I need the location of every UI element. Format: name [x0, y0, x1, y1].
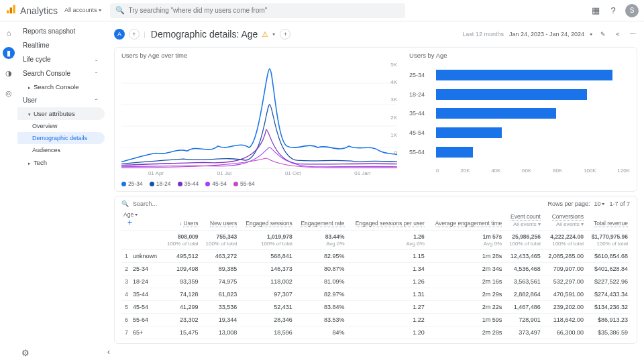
triangle-icon: ▸ [28, 85, 31, 90]
sidebar-item-demographic[interactable]: Demographic details [17, 132, 105, 144]
topbar: Analytics All accounts▾ 🔍 ▦ ? S [0, 0, 644, 21]
warning-icon[interactable]: ⚠ [262, 30, 268, 39]
triangle-icon: ▾ [28, 112, 31, 117]
col-users[interactable]: ↓ Users [162, 208, 201, 231]
search-icon: 🔍 [121, 200, 129, 207]
sidebar-item-user[interactable]: User⌃ [17, 93, 105, 107]
col-engaged[interactable]: Engaged sessions [239, 208, 294, 231]
line-chart: 5K4K3K2K1K0 [121, 62, 397, 169]
rows-per-page-select[interactable]: 10▾ [594, 200, 605, 207]
add-dimension-icon[interactable]: + [123, 218, 132, 227]
search-input[interactable] [129, 7, 400, 14]
col-newusers[interactable]: New users [201, 208, 239, 231]
sidebar-item-tech[interactable]: ▸Tech [17, 156, 105, 169]
age-column-picker[interactable]: Age ▾ [123, 211, 160, 218]
add-dimension-button[interactable]: + [280, 29, 290, 40]
col-engper[interactable]: Engaged sessions per user [347, 208, 427, 231]
line-yticks: 5K4K3K2K1K0 [390, 62, 397, 156]
bar-chart: 25-34 18-24 35-44 45-54 55-64 [409, 62, 630, 166]
chevron-down-icon: ⌄ [94, 57, 99, 62]
sidebar-item-realtime[interactable]: Realtime [17, 38, 105, 52]
reports-icon[interactable]: ▮ [3, 47, 15, 59]
page-title: Demographic details: Age [151, 29, 258, 40]
ads-icon[interactable]: ◎ [3, 87, 15, 99]
sidebar-item-lifecycle[interactable]: Life cycle⌄ [17, 52, 105, 66]
line-chart-title: Users by Age over time [121, 52, 397, 59]
svg-rect-0 [7, 10, 9, 13]
search-bar[interactable]: 🔍 [110, 3, 405, 18]
bar-chart-title: Users by Age [409, 52, 630, 59]
table-row[interactable]: 765+15,47513,00818,59684%1.202m 28s373,4… [121, 326, 630, 339]
search-icon: 🔍 [115, 6, 125, 15]
line-legend: 25-34 18-24 35-44 45-54 55-64 [121, 180, 397, 187]
col-revenue[interactable]: Total revenue [586, 208, 630, 231]
col-events[interactable]: Event countAll events ▾ [504, 208, 543, 231]
chevron-down-icon: ▾ [99, 8, 102, 13]
page-header: A + | Demographic details: Age ⚠ ▾ + Las… [114, 24, 637, 44]
daterange-picker[interactable]: Jan 24, 2023 - Jan 24, 2024 [509, 31, 584, 38]
sidebar-item-snapshot[interactable]: Reports snapshot [17, 24, 105, 38]
rows-per-page-label: Rows per page: [547, 200, 590, 207]
nav-rail: ⌂ ▮ ◑ ◎ [0, 21, 17, 362]
insights-icon[interactable]: 〰 [628, 29, 637, 39]
chevron-down-icon[interactable]: ▾ [272, 32, 276, 37]
sidebar-item-searchconsole[interactable]: Search Console⌃ [17, 66, 105, 80]
customize-icon[interactable]: ✎ [598, 29, 608, 39]
account-picker[interactable]: All accounts▾ [64, 7, 102, 14]
table-row[interactable]: 545-5441,29933,53652,43183.84%1.272m 22s… [121, 301, 630, 314]
analytics-logo-icon [5, 4, 16, 17]
table-search-input[interactable] [133, 200, 543, 207]
col-engrate[interactable]: Engagement rate [294, 208, 347, 231]
triangle-icon: ▸ [28, 161, 31, 166]
pagination-range: 1-7 of 7 [609, 200, 630, 207]
line-xticks: 01 Apr01 Jul01 Oct01 Jan [121, 170, 397, 176]
col-conversions[interactable]: ConversionsAll events ▾ [543, 208, 586, 231]
svg-rect-1 [10, 7, 12, 13]
svg-rect-2 [13, 5, 15, 13]
sidebar: Reports snapshot Realtime Life cycle⌄ Se… [17, 21, 105, 362]
sidebar-item-searchconsole2[interactable]: ▸Search Console [17, 80, 105, 93]
totals-row: 808,009100% of total 755,343100% of tota… [121, 231, 630, 250]
chevron-up-icon: ⌃ [94, 71, 99, 76]
collapse-icon[interactable]: ‹ [107, 347, 110, 357]
product-logo[interactable]: Analytics [5, 4, 58, 17]
table-row[interactable]: 655-6423,30219,34428,34683.53%1.221m 59s… [121, 314, 630, 326]
avatar[interactable]: S [625, 4, 639, 17]
col-avgeng[interactable]: Average engagement time [427, 208, 504, 231]
segment-chip[interactable]: A [114, 29, 125, 40]
explore-icon[interactable]: ◑ [3, 67, 15, 79]
gear-icon[interactable]: ⚙ [21, 348, 30, 358]
daterange-label: Last 12 months [462, 31, 504, 38]
charts-card: Users by Age over time 5K4K3K2K1K0 [114, 47, 637, 192]
apps-icon[interactable]: ▦ [590, 5, 601, 16]
home-icon[interactable]: ⌂ [3, 27, 15, 39]
table-card: 🔍 Rows per page: 10▾ 1-7 of 7 Age ▾+ ↓ U… [114, 196, 637, 344]
product-name: Analytics [20, 5, 58, 16]
help-icon[interactable]: ? [608, 5, 619, 16]
chevron-up-icon: ⌃ [94, 98, 99, 103]
table-row[interactable]: 225-34109,49889,385146,37380.87%1.342m 3… [121, 263, 630, 276]
sidebar-item-audiences[interactable]: Audiences [17, 144, 105, 156]
bar-xticks: 020K40K60K80K100K120K [436, 168, 630, 174]
table-row[interactable]: 1unknown495,512463,272568,84182.95%1.151… [121, 250, 630, 263]
add-segment-button[interactable]: + [129, 29, 140, 40]
sidebar-item-userattr[interactable]: ▾User attributes [17, 107, 105, 120]
table-row[interactable]: 435-4474,12861,82397,30782.97%1.312m 29s… [121, 288, 630, 301]
table-row[interactable]: 318-2493,35974,975118,00281.09%1.262m 16… [121, 276, 630, 288]
data-table: Age ▾+ ↓ Users New users Engaged session… [121, 208, 630, 339]
sidebar-item-overview[interactable]: Overview [17, 120, 105, 132]
share-icon[interactable]: < [613, 29, 623, 39]
